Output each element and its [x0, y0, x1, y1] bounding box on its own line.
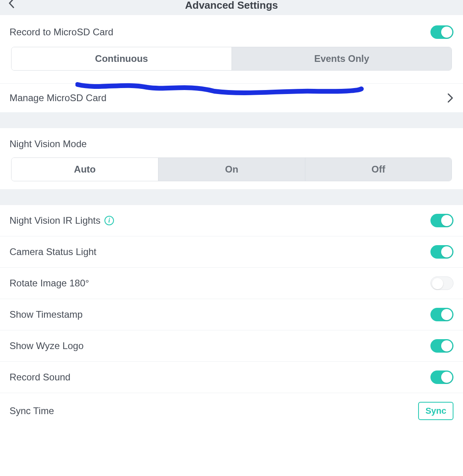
record-toggle[interactable] — [430, 25, 453, 39]
status-light-row: Camera Status Light — [0, 236, 463, 268]
sync-time-row: Sync Time Sync — [0, 393, 463, 429]
night-vision-label: Night Vision Mode — [0, 128, 463, 157]
logo-row: Show Wyze Logo — [0, 330, 463, 362]
record-label: Record to MicroSD Card — [10, 27, 113, 38]
rotate-row: Rotate Image 180° — [0, 268, 463, 299]
segment-continuous[interactable]: Continuous — [12, 47, 232, 70]
ir-lights-row: Night Vision IR Lights i — [0, 205, 463, 236]
status-light-label: Camera Status Light — [10, 246, 96, 257]
chevron-left-icon — [8, 0, 15, 9]
sound-row: Record Sound — [0, 362, 463, 393]
night-vision-section: Night Vision Mode Auto On Off — [0, 128, 463, 181]
segment-on[interactable]: On — [158, 158, 305, 181]
status-light-toggle[interactable] — [430, 245, 453, 259]
page-title: Advanced Settings — [185, 0, 278, 12]
back-button[interactable] — [8, 0, 15, 10]
rotate-toggle[interactable] — [430, 276, 453, 290]
timestamp-label: Show Timestamp — [10, 309, 83, 320]
header-bar: Advanced Settings — [0, 0, 463, 15]
ir-lights-label: Night Vision IR Lights — [10, 215, 100, 226]
logo-toggle[interactable] — [430, 339, 453, 353]
sync-button[interactable]: Sync — [418, 402, 453, 420]
sound-toggle[interactable] — [430, 370, 453, 384]
segment-auto[interactable]: Auto — [12, 158, 158, 181]
record-row: Record to MicroSD Card — [0, 15, 463, 47]
manage-sd-label: Manage MicroSD Card — [10, 92, 106, 104]
section-gap — [0, 189, 463, 205]
ir-lights-toggle[interactable] — [430, 214, 453, 227]
chevron-right-icon — [447, 93, 453, 103]
section-gap — [0, 112, 463, 128]
segment-off[interactable]: Off — [305, 158, 451, 181]
segment-events-only[interactable]: Events Only — [232, 47, 451, 70]
sync-time-label: Sync Time — [10, 405, 54, 416]
toggles-section: Night Vision IR Lights i Camera Status L… — [0, 205, 463, 429]
logo-label: Show Wyze Logo — [10, 340, 84, 351]
record-section: Record to MicroSD Card Continuous Events… — [0, 15, 463, 112]
sound-label: Record Sound — [10, 372, 70, 383]
manage-sd-row[interactable]: Manage MicroSD Card — [0, 84, 463, 112]
info-icon[interactable]: i — [104, 216, 114, 225]
night-vision-segmented: Auto On Off — [11, 157, 452, 181]
timestamp-row: Show Timestamp — [0, 299, 463, 330]
record-mode-segmented: Continuous Events Only — [11, 47, 452, 71]
rotate-label: Rotate Image 180° — [10, 278, 89, 289]
timestamp-toggle[interactable] — [430, 308, 453, 321]
